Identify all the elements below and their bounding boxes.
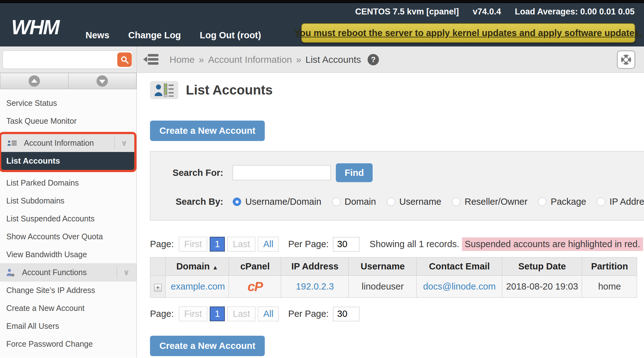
find-button[interactable]: Find	[336, 163, 373, 182]
scroll-up-button[interactable]	[0, 73, 69, 89]
radio-icon[interactable]	[538, 198, 547, 206]
sidebar-item-view-bandwidth-usage[interactable]: View Bandwidth Usage	[0, 246, 136, 263]
pagination-all-button[interactable]: All	[258, 306, 279, 321]
per-page-input[interactable]	[333, 307, 359, 321]
radio-option-reseller-owner[interactable]: Reseller/Owner	[452, 197, 527, 207]
chevron-down-icon[interactable]: ∨	[121, 138, 127, 148]
search-by-options: Username/Domain Domain Username Reseller…	[233, 197, 644, 207]
nav-change-log[interactable]: Change Log	[128, 30, 181, 41]
radio-label: Package	[551, 197, 586, 207]
domain-link[interactable]: example.com	[171, 281, 225, 291]
content-area: Service Status Task Queue Monitor Accoun…	[0, 73, 644, 358]
scroll-down-button[interactable]	[69, 73, 137, 89]
breadcrumb-separator: »	[199, 54, 204, 65]
pagination-current-page[interactable]: 1	[210, 237, 225, 252]
arrow-up-icon	[29, 75, 40, 87]
search-button[interactable]	[117, 52, 132, 67]
breadcrumb-bar: Home » Account Information » List Accoun…	[0, 46, 644, 73]
cell-cpanel: cP	[229, 276, 281, 298]
chevron-down-icon[interactable]: ∨	[123, 268, 130, 277]
collapse-sidebar-icon[interactable]	[143, 53, 160, 66]
radio-label: Reseller/Owner	[464, 197, 527, 207]
cell-ip-address: 192.0.2.3	[281, 276, 349, 298]
header-nav: News Change Log Log Out (root)	[86, 30, 261, 41]
account-functions-icon	[6, 268, 15, 277]
search-for-input[interactable]	[233, 165, 331, 180]
column-username[interactable]: Username	[349, 258, 417, 276]
per-page-label: Per Page:	[288, 309, 329, 319]
highlight-red-box: Account Information ∨ List Accounts	[0, 132, 136, 172]
sidebar-item-limit-bandwidth-usage[interactable]: Limit Bandwidth Usage	[0, 353, 136, 358]
sidebar-item-list-parked-domains[interactable]: List Parked Domains	[0, 174, 136, 192]
per-page-input[interactable]	[333, 237, 359, 252]
sidebar-item-service-status[interactable]: Service Status	[0, 94, 136, 112]
pagination-top: Page: First 1 Last All Per Page: Showing…	[150, 237, 644, 252]
sidebar-item-task-queue-monitor[interactable]: Task Queue Monitor	[0, 112, 136, 130]
breadcrumb-home[interactable]: Home	[169, 54, 195, 65]
pagination-last-button[interactable]: Last	[227, 306, 255, 321]
radio-icon[interactable]	[597, 198, 605, 206]
sidebar-item-force-password-change[interactable]: Force Password Change	[0, 335, 136, 353]
column-expand	[150, 258, 166, 276]
whm-logo[interactable]: WHM	[11, 16, 59, 39]
radio-option-username[interactable]: Username	[387, 197, 441, 207]
reboot-alert-banner[interactable]: You must reboot the server to apply kern…	[301, 23, 635, 43]
contact-email-link[interactable]: docs@linode.com	[423, 281, 496, 291]
cell-setup-date: 2018-08-20 19:03	[502, 276, 582, 298]
column-cpanel[interactable]: cPanel	[229, 258, 281, 276]
sidebar-item-change-sites-ip-address[interactable]: Change Site’s IP Address	[0, 281, 136, 299]
top-strip	[0, 0, 644, 3]
radio-option-ip-address[interactable]: IP Address	[597, 197, 644, 207]
sidebar-search-input[interactable]	[3, 51, 133, 69]
help-icon[interactable]: ?	[368, 54, 379, 65]
expand-row-button[interactable]: +	[154, 284, 162, 291]
radio-icon[interactable]	[387, 198, 395, 206]
table-header-row: Domain▲ cPanel IP Address Username Conta…	[150, 258, 637, 276]
nav-news[interactable]: News	[86, 30, 109, 41]
cell-expand: +	[150, 276, 166, 298]
search-by-label: Search By:	[150, 197, 233, 207]
radio-label: IP Address	[609, 197, 644, 207]
sidebar-search-area	[0, 46, 137, 73]
table-row: + example.com cP 192.0.2.3 linodeuser do…	[150, 276, 637, 298]
sidebar-item-list-accounts-selected[interactable]: List Accounts	[1, 152, 134, 170]
radio-option-package[interactable]: Package	[538, 197, 586, 207]
column-ip-address[interactable]: IP Address	[281, 258, 349, 276]
column-partition[interactable]: Partition	[582, 258, 637, 276]
ip-address-link[interactable]: 192.0.2.3	[296, 281, 334, 291]
radio-icon[interactable]	[332, 198, 341, 206]
column-setup-date[interactable]: Setup Date	[502, 258, 582, 276]
sidebar-item-create-a-new-account[interactable]: Create a New Account	[0, 299, 136, 317]
nav-log-out[interactable]: Log Out (root)	[200, 30, 261, 41]
radio-option-username-domain[interactable]: Username/Domain	[233, 197, 321, 207]
support-button[interactable]	[617, 51, 635, 69]
breadcrumb-current-page: List Accounts	[305, 54, 361, 65]
radio-selected-icon[interactable]	[233, 198, 241, 206]
radio-label: Domain	[345, 197, 376, 207]
sidebar-section-label: Account Functions	[22, 268, 87, 277]
pagination-last-button[interactable]: Last	[227, 237, 255, 252]
column-contact-email[interactable]: Contact Email	[417, 258, 502, 276]
sidebar-item-list-subdomains[interactable]: List Subdomains	[0, 192, 136, 210]
breadcrumb-account-information[interactable]: Account Information	[208, 54, 292, 65]
cell-contact-email: docs@linode.com	[417, 276, 502, 298]
radio-icon[interactable]	[452, 198, 460, 206]
sidebar-item-list-suspended-accounts[interactable]: List Suspended Accounts	[0, 210, 136, 228]
pagination-current-page[interactable]: 1	[210, 306, 225, 321]
cell-username: linodeuser	[349, 276, 417, 298]
sidebar-item-email-all-users[interactable]: Email All Users	[0, 317, 136, 335]
radio-option-domain[interactable]: Domain	[332, 197, 376, 207]
create-new-account-button-top[interactable]: Create a New Account	[150, 121, 265, 141]
records-note: Showing all 1 records.	[369, 239, 459, 249]
create-new-account-button-bottom[interactable]: Create a New Account	[150, 336, 265, 356]
pagination-all-button[interactable]: All	[258, 237, 279, 252]
search-for-label: Search For:	[150, 168, 233, 178]
sidebar-scroll-controls	[0, 73, 136, 89]
sidebar-section-account-functions[interactable]: Account Functions ∨	[0, 263, 136, 281]
sidebar-item-show-accounts-over-quota[interactable]: Show Accounts Over Quota	[0, 228, 136, 246]
sidebar-section-account-information[interactable]: Account Information ∨	[1, 134, 134, 152]
pagination-first-button[interactable]: First	[179, 237, 207, 252]
pagination-first-button[interactable]: First	[179, 306, 207, 321]
cpanel-logo-icon[interactable]: cP	[247, 279, 262, 294]
column-domain[interactable]: Domain▲	[166, 258, 229, 276]
